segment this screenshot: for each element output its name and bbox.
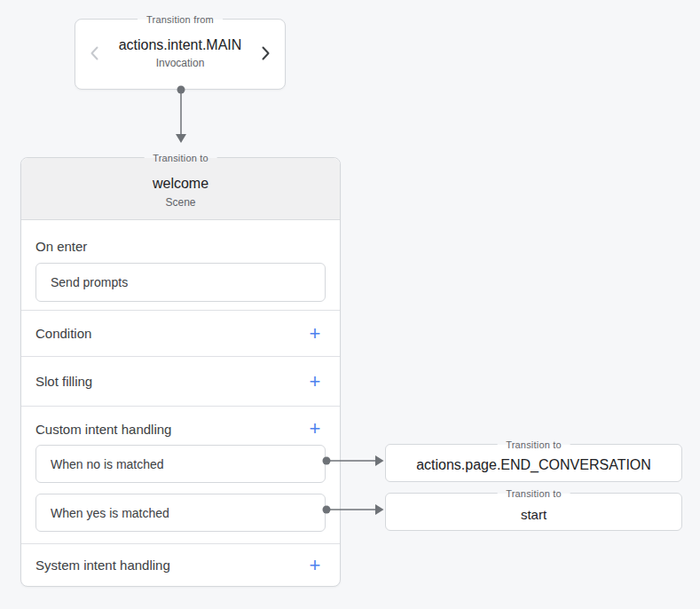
on-enter-handler-label: Send prompts	[51, 275, 128, 289]
transition-from-node[interactable]: Transition from actions.intent.MAIN Invo…	[75, 19, 286, 90]
prev-intent-button[interactable]	[86, 44, 102, 65]
transition-target-end-conversation[interactable]: Transition to actions.page.END_CONVERSAT…	[385, 444, 682, 482]
system-intent-label: System intent handling	[35, 558, 170, 573]
intent-type-label: Invocation	[102, 57, 258, 69]
scene-transition-legend: Transition to	[144, 151, 217, 165]
scene-name: welcome	[21, 176, 340, 192]
slot-filling-label: Slot filling	[35, 374, 92, 389]
intent-node-body: actions.intent.MAIN Invocation	[102, 37, 258, 71]
custom-intent-item-no[interactable]: When no is matched	[35, 445, 326, 483]
custom-intent-item-yes[interactable]: When yes is matched	[35, 494, 326, 532]
target-scene-name: start	[521, 507, 547, 522]
condition-label: Condition	[35, 326, 91, 341]
chevron-left-icon	[90, 46, 98, 63]
scene-card: Transition to welcome Scene On enter Sen…	[20, 157, 341, 587]
custom-intent-section: Custom intent handling + When no is matc…	[21, 407, 340, 544]
next-intent-button[interactable]	[258, 44, 274, 65]
on-enter-label: On enter	[35, 239, 326, 254]
transition-target-start[interactable]: Transition to start	[385, 493, 682, 531]
transition-from-legend: Transition from	[138, 12, 223, 27]
custom-intent-item-label: When no is matched	[51, 457, 164, 471]
target-page-name: actions.page.END_CONVERSATION	[416, 457, 651, 473]
target-transition-legend: Transition to	[497, 486, 570, 501]
scene-flow-canvas: Transition from actions.intent.MAIN Invo…	[0, 0, 700, 609]
add-system-intent-button[interactable]: +	[304, 555, 326, 576]
slot-filling-row: Slot filling +	[21, 357, 340, 407]
scene-type-label: Scene	[21, 196, 340, 209]
custom-intent-item-label: When yes is matched	[51, 506, 169, 520]
add-custom-intent-button[interactable]: +	[304, 418, 326, 439]
scene-header[interactable]: welcome Scene	[21, 158, 340, 220]
on-enter-handler[interactable]: Send prompts	[35, 263, 326, 302]
custom-intent-label: Custom intent handling	[35, 422, 171, 437]
add-condition-button[interactable]: +	[304, 323, 326, 344]
condition-row: Condition +	[21, 311, 340, 357]
system-intent-row: System intent handling +	[21, 544, 340, 586]
on-enter-section: On enter Send prompts	[21, 220, 340, 311]
intent-name: actions.intent.MAIN	[102, 37, 258, 53]
add-slot-button[interactable]: +	[304, 371, 326, 392]
custom-intent-header: Custom intent handling +	[35, 419, 326, 439]
chevron-right-icon	[262, 46, 271, 63]
target-transition-legend: Transition to	[497, 438, 570, 452]
